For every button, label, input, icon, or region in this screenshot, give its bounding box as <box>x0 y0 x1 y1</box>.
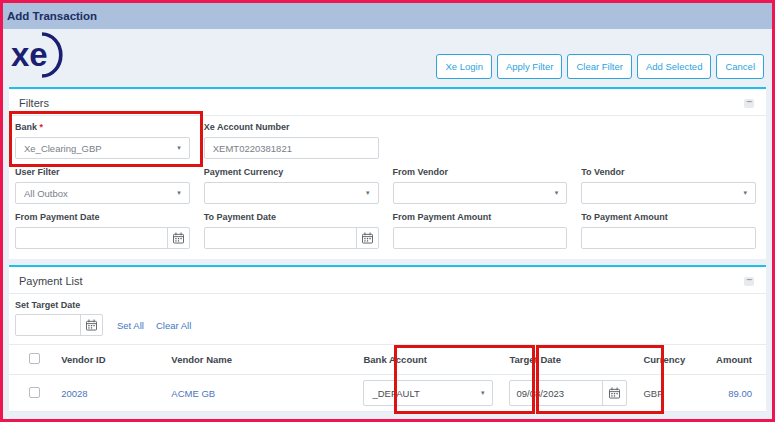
filters-collapse-icon[interactable]: – <box>744 99 754 108</box>
chevron-down-icon: ▾ <box>555 189 559 197</box>
user-filter-field: User Filter All Outbox ▾ <box>15 167 190 204</box>
add-transaction-window: Add Transaction xe Xe Login Apply Filter… <box>0 0 775 422</box>
amount-header: Amount <box>708 345 766 375</box>
toolbar: Xe Login Apply Filter Clear Filter Add S… <box>436 54 764 79</box>
payment-table-header-row: Vendor ID Vendor Name Bank Account Targe… <box>9 345 766 375</box>
calendar-icon[interactable] <box>167 228 189 248</box>
clear-all-link[interactable]: Clear All <box>156 320 191 331</box>
from-vendor-field: From Vendor ▾ <box>393 167 568 204</box>
from-payment-date-input[interactable] <box>16 228 167 248</box>
to-payment-amount-label: To Payment Amount <box>581 212 756 222</box>
table-row: 20028 ACME GB _DEFAULT ▾ <box>9 375 766 412</box>
from-payment-amount-label: From Payment Amount <box>393 212 568 222</box>
currency-cell: GBP <box>635 375 708 412</box>
xe-account-number-field: Xe Account Number <box>204 122 379 159</box>
vendor-id-cell: 20028 <box>53 375 163 412</box>
bank-field: Bank * Xe_Clearing_GBP ▾ <box>15 122 190 159</box>
payment-list-section: Payment List – Set Target Date Set All C… <box>9 265 766 412</box>
calendar-icon[interactable] <box>602 381 626 405</box>
payment-list-collapse-icon[interactable]: – <box>744 277 754 286</box>
from-vendor-select[interactable]: ▾ <box>393 182 568 204</box>
bank-account-select[interactable]: _DEFAULT ▾ <box>363 380 493 406</box>
bank-account-header: Bank Account <box>355 345 501 375</box>
cancel-button[interactable]: Cancel <box>716 54 764 79</box>
user-filter-value: All Outbox <box>24 188 68 199</box>
from-payment-date-field: From Payment Date <box>15 212 190 249</box>
payment-currency-select[interactable]: ▾ <box>204 182 379 204</box>
from-vendor-label: From Vendor <box>393 167 568 177</box>
chevron-down-icon: ▾ <box>177 189 181 197</box>
set-target-date-block: Set Target Date Set All Clear All <box>9 294 766 344</box>
target-date-header: Target Date <box>501 345 635 375</box>
vendor-name-cell: ACME GB <box>163 375 355 412</box>
payment-currency-label: Payment Currency <box>204 167 379 177</box>
set-target-date-label: Set Target Date <box>15 300 756 310</box>
chevron-down-icon: ▾ <box>743 189 747 197</box>
from-payment-amount-input[interactable] <box>393 227 568 249</box>
to-payment-date-field: To Payment Date <box>204 212 379 249</box>
required-asterisk: * <box>40 122 44 132</box>
user-filter-select[interactable]: All Outbox ▾ <box>15 182 190 204</box>
bank-select-value: Xe_Clearing_GBP <box>24 143 102 154</box>
filters-section: Filters – Bank * Xe_Clearing_GBP ▾ Xe Ac… <box>9 87 766 259</box>
currency-header: Currency <box>635 345 708 375</box>
chevron-down-icon: ▾ <box>366 189 370 197</box>
to-payment-amount-field: To Payment Amount <box>581 212 756 249</box>
from-payment-date-label: From Payment Date <box>15 212 190 222</box>
to-payment-date-input[interactable] <box>205 228 356 248</box>
xe-logo-icon: xe <box>11 31 67 79</box>
filters-grid: Bank * Xe_Clearing_GBP ▾ Xe Account Numb… <box>9 116 766 259</box>
calendar-icon[interactable] <box>80 315 102 335</box>
to-payment-date-label: To Payment Date <box>204 212 379 222</box>
target-date-input[interactable] <box>510 381 602 405</box>
calendar-icon[interactable] <box>356 228 378 248</box>
set-all-link[interactable]: Set All <box>117 320 144 331</box>
set-target-date-input[interactable] <box>16 315 80 335</box>
filters-section-header: Filters – <box>9 89 766 116</box>
vendor-name-header: Vendor Name <box>163 345 355 375</box>
amount-cell: 89.00 <box>708 375 766 412</box>
apply-filter-button[interactable]: Apply Filter <box>497 54 563 79</box>
payment-currency-field: Payment Currency ▾ <box>204 167 379 204</box>
from-payment-amount-field: From Payment Amount <box>393 212 568 249</box>
add-selected-button[interactable]: Add Selected <box>637 54 712 79</box>
select-all-checkbox[interactable] <box>29 353 40 364</box>
payment-list-heading: Payment List <box>19 275 83 287</box>
row-checkbox[interactable] <box>29 387 40 398</box>
xe-logo: xe <box>11 31 67 79</box>
payment-list-section-header: Payment List – <box>9 267 766 294</box>
window-title: Add Transaction <box>7 10 97 22</box>
filters-heading: Filters <box>19 97 49 109</box>
window-content: xe Xe Login Apply Filter Clear Filter Ad… <box>3 29 772 412</box>
xe-account-number-input[interactable] <box>204 137 379 159</box>
vendor-id-header: Vendor ID <box>53 345 163 375</box>
to-payment-amount-input[interactable] <box>581 227 756 249</box>
chevron-down-icon: ▾ <box>177 144 181 152</box>
window-titlebar: Add Transaction <box>3 3 772 29</box>
bank-select[interactable]: Xe_Clearing_GBP ▾ <box>15 137 190 159</box>
bank-account-value: _DEFAULT <box>372 388 419 399</box>
to-vendor-label: To Vendor <box>581 167 756 177</box>
svg-text:xe: xe <box>11 36 48 73</box>
xe-account-number-label: Xe Account Number <box>204 122 379 132</box>
to-vendor-field: To Vendor ▾ <box>581 167 756 204</box>
to-vendor-select[interactable]: ▾ <box>581 182 756 204</box>
bank-label: Bank <box>15 122 37 132</box>
payment-table: Vendor ID Vendor Name Bank Account Targe… <box>9 344 766 412</box>
chevron-down-icon: ▾ <box>481 389 485 397</box>
clear-filter-button[interactable]: Clear Filter <box>567 54 631 79</box>
header-row: xe Xe Login Apply Filter Clear Filter Ad… <box>9 29 766 87</box>
user-filter-label: User Filter <box>15 167 190 177</box>
xe-login-button[interactable]: Xe Login <box>436 54 492 79</box>
